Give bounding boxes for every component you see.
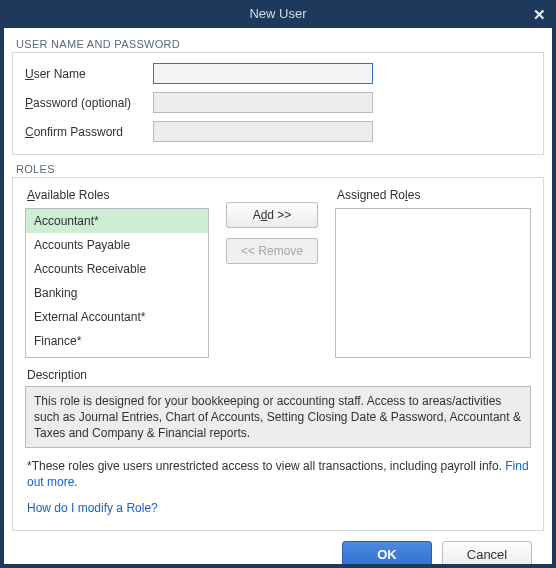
- password-label: Password (optional): [25, 96, 153, 110]
- asterisk-note: *These roles give users unrestricted acc…: [27, 458, 529, 490]
- assigned-column: Assigned Roles: [335, 188, 531, 358]
- list-item[interactable]: Banking: [26, 281, 208, 305]
- username-row: User Name: [25, 63, 531, 84]
- username-input[interactable]: [153, 63, 373, 84]
- list-item[interactable]: External Accountant*: [26, 305, 208, 329]
- list-item[interactable]: Accounts Payable: [26, 233, 208, 257]
- description-box: This role is designed for your bookkeepi…: [25, 386, 531, 448]
- dialog-footer: OK Cancel: [12, 531, 544, 568]
- section-label-credentials: USER NAME AND PASSWORD: [16, 38, 544, 50]
- cancel-button[interactable]: Cancel: [442, 541, 532, 568]
- window-title: New User: [249, 6, 306, 21]
- dialog-content: USER NAME AND PASSWORD User Name Passwor…: [4, 28, 552, 568]
- confirm-label: Confirm Password: [25, 125, 153, 139]
- roles-body: Available Roles Accountant* Accounts Pay…: [25, 188, 531, 358]
- roles-frame: Available Roles Accountant* Accounts Pay…: [12, 177, 544, 531]
- remove-button: << Remove: [226, 238, 318, 264]
- role-transfer-buttons: Add >> << Remove: [217, 202, 327, 264]
- section-label-roles: ROLES: [16, 163, 544, 175]
- available-column: Available Roles Accountant* Accounts Pay…: [25, 188, 209, 358]
- password-input[interactable]: [153, 92, 373, 113]
- password-row: Password (optional): [25, 92, 531, 113]
- description-label: Description: [27, 368, 531, 382]
- modify-role-link[interactable]: How do I modify a Role?: [27, 501, 158, 515]
- assigned-roles-list[interactable]: [335, 208, 531, 358]
- list-item[interactable]: Accounts Receivable: [26, 257, 208, 281]
- available-roles-list[interactable]: Accountant* Accounts Payable Accounts Re…: [25, 208, 209, 358]
- credentials-frame: User Name Password (optional) Confirm Pa…: [12, 52, 544, 155]
- available-roles-label: Available Roles: [27, 188, 209, 202]
- username-label: User Name: [25, 67, 153, 81]
- modify-role-row: How do I modify a Role?: [27, 500, 529, 516]
- list-item[interactable]: Finance*: [26, 329, 208, 353]
- confirm-row: Confirm Password: [25, 121, 531, 142]
- assigned-roles-label: Assigned Roles: [337, 188, 531, 202]
- ok-button[interactable]: OK: [342, 541, 432, 568]
- confirm-input[interactable]: [153, 121, 373, 142]
- titlebar: New User ✕: [4, 4, 552, 28]
- add-button[interactable]: Add >>: [226, 202, 318, 228]
- close-icon[interactable]: ✕: [533, 5, 546, 25]
- list-item[interactable]: Accountant*: [26, 209, 208, 233]
